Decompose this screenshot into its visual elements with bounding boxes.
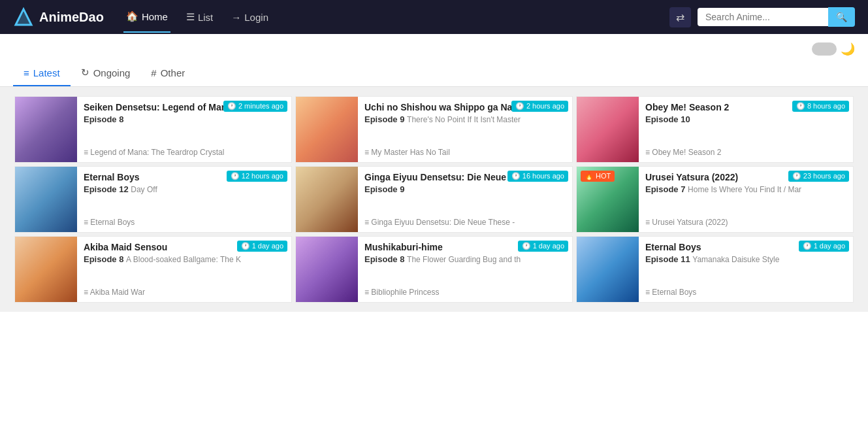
time-badge: 🕐 23 hours ago [788,171,849,182]
card-thumbnail [577,97,639,162]
other-icon: # [151,67,156,78]
page-header: 🌙 [0,34,868,56]
anime-card[interactable]: Eternal Boys Episode 12 Day Off ≡ Eterna… [14,166,292,233]
card-episode: Episode 8 The Flower Guarding Bug and th [364,254,566,264]
anime-grid: Seiken Densetsu: Legend of Mana -T Episo… [0,87,868,312]
time-badge: 🕐 1 day ago [237,241,287,252]
time-badge: 🕐 2 hours ago [511,101,568,112]
card-episode-sub: The Flower Guarding Bug and th [407,255,521,264]
card-thumbnail [296,97,358,162]
tab-latest[interactable]: ≡ Latest [13,62,71,86]
tab-other[interactable]: # Other [140,62,195,86]
card-episode-sub: There's No Point If It Isn't Master [407,115,521,124]
ongoing-icon: ↻ [81,67,89,78]
search-button[interactable]: 🔍 [828,7,855,27]
theme-toggle[interactable] [812,42,837,56]
brand-logo[interactable]: AnimeDao [13,7,104,27]
time-badge: 🕐 8 hours ago [792,101,849,112]
thumb-placeholder [15,97,77,162]
anime-card[interactable]: Eternal Boys Episode 11 Yamanaka Daisuke… [576,236,854,303]
thumb-placeholder [296,237,358,302]
time-badge: 🕐 1 day ago [799,241,849,252]
card-episode: Episode 10 [645,114,846,124]
brand-logo-icon [13,7,34,27]
card-series: ≡ Eternal Boys [84,218,285,227]
nav-list[interactable]: ☰ List [184,2,216,32]
card-thumbnail [296,237,358,302]
thumb-placeholder [577,97,639,162]
card-episode: Episode 9 There's No Point If It Isn't M… [364,114,566,124]
moon-icon[interactable]: 🌙 [841,42,855,56]
nav-home[interactable]: 🏠 Home [123,1,170,33]
card-thumbnail [15,97,77,162]
card-episode: Episode 8 [84,114,285,124]
card-series: ≡ Ginga Eiyuu Densetsu: Die Neue These - [364,218,566,227]
card-episode: Episode 11 Yamanaka Daisuke Style [645,254,846,264]
card-thumbnail [15,167,77,232]
card-episode: Episode 7 Home Is Where You Find It / Ma… [645,184,846,194]
nav-login[interactable]: → Login [229,3,271,32]
card-thumbnail [15,237,77,302]
card-thumbnail [577,237,639,302]
time-badge: 🕐 16 hours ago [507,171,568,182]
home-icon: 🏠 [126,10,138,22]
card-series: ≡ Eternal Boys [645,288,846,297]
tabs-bar: ≡ Latest ↻ Ongoing # Other [0,56,868,87]
card-episode-sub: Home Is Where You Find It / Mar [688,185,801,194]
thumb-placeholder [15,167,77,232]
anime-card[interactable]: Akiba Maid Sensou Episode 8 A Blood-soak… [14,236,292,303]
thumb-placeholder [296,167,358,232]
anime-card[interactable]: Obey Me! Season 2 Episode 10 ≡ Obey Me! … [576,96,854,163]
card-series: ≡ Akiba Maid War [84,288,285,297]
thumb-placeholder [15,237,77,302]
search-input[interactable] [698,8,828,26]
anime-card[interactable]: Urusei Yatsura (2022) Episode 7 Home Is … [576,166,854,233]
card-episode-sub: A Blood-soaked Ballgame: The K [126,255,241,264]
time-badge: 🕐 2 minutes ago [223,101,287,112]
card-episode-sub: Day Off [131,185,157,194]
login-icon: → [231,12,241,23]
page-controls: 🌙 [812,42,855,56]
time-badge: 🕐 1 day ago [518,241,568,252]
card-series: ≡ My Master Has No Tail [364,148,566,157]
shuffle-button[interactable]: ⇄ [669,7,691,27]
anime-card[interactable]: Mushikaburi-hime Episode 8 The Flower Gu… [295,236,573,303]
card-series: ≡ Obey Me! Season 2 [645,148,846,157]
card-episode: Episode 8 A Blood-soaked Ballgame: The K [84,254,285,264]
thumb-placeholder [577,237,639,302]
card-episode: Episode 9 [364,184,566,194]
brand-name: AnimeDao [39,10,104,25]
card-series: ≡ Legend of Mana: The Teardrop Crystal [84,148,285,157]
card-thumbnail [296,167,358,232]
card-episode: Episode 12 Day Off [84,184,285,194]
anime-card[interactable]: Seiken Densetsu: Legend of Mana -T Episo… [14,96,292,163]
latest-icon: ≡ [24,67,29,78]
anime-card[interactable]: Uchi no Shishou wa Shippo ga Nai Episode… [295,96,573,163]
search-box: 🔍 [698,7,855,27]
anime-card[interactable]: Ginga Eiyuu Densetsu: Die Neue The Episo… [295,166,573,233]
hot-badge: 🔥 HOT [581,171,615,182]
card-series: ≡ Urusei Yatsura (2022) [645,218,846,227]
time-badge: 🕐 12 hours ago [227,171,287,182]
nav-links: 🏠 Home ☰ List → Login [123,1,650,33]
nav-right: ⇄ 🔍 [669,7,855,27]
navbar: AnimeDao 🏠 Home ☰ List → Login ⇄ 🔍 [0,0,868,34]
card-series: ≡ Bibliophile Princess [364,288,566,297]
tab-ongoing[interactable]: ↻ Ongoing [71,61,141,86]
thumb-placeholder [296,97,358,162]
list-icon: ☰ [186,11,195,23]
card-episode-sub: Yamanaka Daisuke Style [692,255,779,264]
